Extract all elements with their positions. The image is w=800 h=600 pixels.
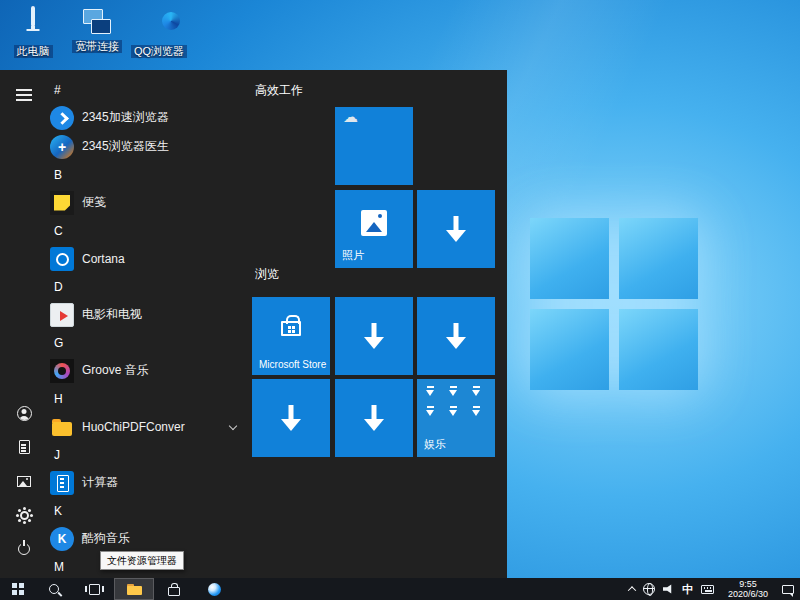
browser-icon — [208, 583, 221, 596]
taskbar-store-button[interactable] — [154, 578, 194, 600]
network-button[interactable] — [643, 578, 655, 600]
mini-download-icon — [449, 386, 458, 398]
tile-label: 娱乐 — [424, 437, 446, 452]
tile-group-title-browse[interactable]: 浏览 — [255, 266, 279, 282]
clock-time: 9:55 — [739, 579, 757, 589]
desktop-screen: 此电脑 宽带连接 QQ浏览器 # 2345加速浏览器 2345浏览器医生 — [0, 0, 800, 600]
qq-browser-icon — [144, 8, 174, 38]
desktop-icon-qq-browser[interactable]: QQ浏览器 — [128, 8, 190, 59]
tray-expand-button[interactable] — [629, 578, 635, 600]
action-center-button[interactable] — [782, 578, 794, 600]
search-icon — [49, 584, 59, 594]
desktop-icon-broadband[interactable]: 宽带连接 — [66, 8, 128, 54]
photos-icon — [361, 210, 387, 236]
logo-pane — [530, 309, 609, 390]
download-arrow-icon — [446, 216, 466, 242]
tile-label: Microsoft Store — [259, 359, 326, 370]
tile-microsoft-store[interactable]: Microsoft Store — [252, 297, 330, 375]
clock-date: 2020/6/30 — [728, 589, 768, 599]
chevron-up-icon — [628, 586, 636, 594]
pending-downloads-grid — [426, 386, 488, 418]
store-bag-icon — [281, 321, 301, 336]
tile-downloading-3[interactable] — [417, 297, 495, 375]
tile-label: 照片 — [342, 248, 364, 263]
ime-indicator[interactable]: 中 — [682, 578, 693, 600]
tile-downloading-4[interactable] — [252, 379, 330, 457]
download-arrow-icon — [364, 405, 384, 431]
task-view-button[interactable] — [74, 578, 114, 600]
taskbar-clock[interactable]: 9:55 2020/6/30 — [722, 579, 774, 599]
keyboard-icon — [701, 585, 714, 594]
store-icon — [168, 587, 180, 596]
action-center-icon — [782, 585, 794, 594]
tile-downloading-5[interactable] — [335, 379, 413, 457]
desktop-icon-label: QQ浏览器 — [131, 45, 187, 58]
tile-onedrive[interactable]: ☁ — [335, 107, 413, 185]
tile-entertainment-folder[interactable]: 娱乐 — [417, 379, 495, 457]
logo-pane — [530, 218, 609, 299]
volume-button[interactable] — [663, 578, 674, 600]
start-tiles-area: 高效工作 ☁ 照片 浏览 Microsoft Store — [0, 70, 507, 578]
touch-keyboard-button[interactable] — [701, 578, 714, 600]
download-arrow-icon — [281, 405, 301, 431]
taskbar: 中 9:55 2020/6/30 — [0, 578, 800, 600]
task-view-icon — [89, 584, 100, 595]
mini-download-icon — [449, 406, 458, 418]
start-menu: # 2345加速浏览器 2345浏览器医生 B 便笺 C Cortana D — [0, 70, 507, 578]
desktop-icon-label: 此电脑 — [14, 45, 53, 58]
desktop-icon-label: 宽带连接 — [72, 40, 122, 53]
network-globe-icon — [643, 583, 655, 595]
this-pc-icon — [18, 8, 48, 38]
file-explorer-icon — [127, 584, 142, 595]
mini-download-icon — [472, 406, 481, 418]
download-arrow-icon — [446, 323, 466, 349]
desktop-icon-this-pc[interactable]: 此电脑 — [2, 8, 64, 59]
logo-pane — [619, 309, 698, 390]
logo-pane — [619, 218, 698, 299]
tile-downloading-2[interactable] — [335, 297, 413, 375]
windows-logo-icon — [12, 583, 24, 595]
tile-photos[interactable]: 照片 — [335, 190, 413, 268]
cloud-icon: ☁ — [343, 109, 358, 124]
start-button[interactable] — [2, 578, 34, 600]
taskbar-browser-button[interactable] — [194, 578, 234, 600]
windows-wallpaper-logo — [530, 218, 698, 390]
taskbar-search-button[interactable] — [34, 578, 74, 600]
download-arrow-icon — [364, 323, 384, 349]
system-tray: 中 9:55 2020/6/30 — [629, 578, 800, 600]
broadband-connection-icon — [82, 8, 112, 36]
taskbar-file-explorer-button[interactable] — [114, 578, 154, 600]
mini-download-icon — [472, 386, 481, 398]
tile-downloading-1[interactable] — [417, 190, 495, 268]
mini-download-icon — [426, 406, 435, 418]
file-explorer-tooltip: 文件资源管理器 — [100, 551, 184, 570]
tile-group-title-work[interactable]: 高效工作 — [255, 82, 303, 98]
mini-download-icon — [426, 386, 435, 398]
speaker-icon — [663, 584, 674, 594]
